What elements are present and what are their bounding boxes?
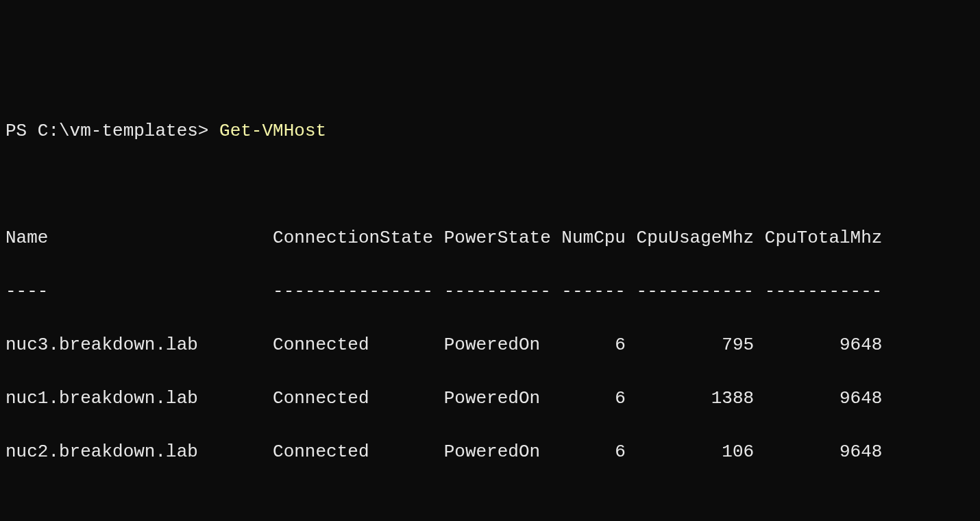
cmdlet: Get-VMHost bbox=[219, 121, 326, 141]
table-header: Name ConnectionState PowerState NumCpu C… bbox=[5, 225, 975, 252]
prompt: PS C:\vm-templates> bbox=[5, 121, 208, 141]
table-row: nuc1.breakdown.lab Connected PoweredOn 6… bbox=[5, 385, 975, 412]
terminal-output: PS C:\vm-templates> Get-VMHost Name Conn… bbox=[5, 118, 975, 521]
table-row: nuc3.breakdown.lab Connected PoweredOn 6… bbox=[5, 332, 975, 359]
table-separator: ---- --------------- ---------- ------ -… bbox=[5, 278, 975, 305]
blank-line bbox=[5, 492, 975, 519]
table-row: nuc2.breakdown.lab Connected PoweredOn 6… bbox=[5, 439, 975, 465]
blank-line bbox=[5, 171, 975, 198]
command-line-1: PS C:\vm-templates> Get-VMHost bbox=[5, 118, 975, 145]
